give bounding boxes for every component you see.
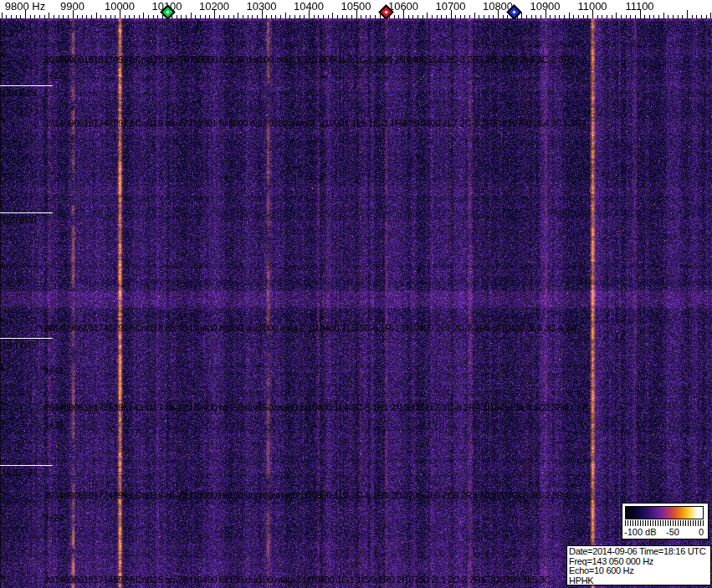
ruler-tick [484, 15, 484, 18]
ruler-tick [479, 15, 479, 18]
ruler-tick [663, 13, 664, 18]
ruler-tick [489, 15, 489, 18]
ruler-tick [630, 15, 631, 18]
ruler-tick [521, 13, 522, 18]
ruler-tick [16, 15, 17, 18]
ruler-tick [412, 15, 413, 18]
ruler-label: 10500 [341, 1, 371, 12]
ruler-tick [564, 15, 565, 18]
ruler-tick [474, 13, 475, 18]
ruler-tick [607, 15, 607, 18]
ruler-tick [644, 15, 645, 18]
ruler-tick [300, 15, 300, 18]
ruler-tick [148, 15, 149, 18]
ruler-tick [223, 15, 224, 18]
ruler-tick [54, 15, 54, 18]
ruler-tick [134, 15, 135, 18]
ruler-tick [153, 15, 154, 18]
ruler-tick [701, 15, 702, 18]
ruler-tick [20, 15, 21, 18]
ruler-tick [6, 15, 7, 18]
ruler-tick [125, 15, 125, 18]
ruler-tick [285, 13, 286, 18]
ruler-tick [257, 15, 258, 18]
frequency-ruler[interactable]: 9800 Hz990010000101001020010300104001050… [0, 0, 712, 18]
ruler-label: 10700 [435, 1, 465, 12]
ruler-tick [587, 15, 588, 18]
ruler-label: 10300 [246, 1, 276, 12]
ruler-tick [653, 15, 654, 18]
ruler-label: 10900 [530, 1, 560, 12]
ruler-tick [157, 15, 158, 18]
ruler-tick [361, 15, 361, 18]
ruler-tick [455, 15, 456, 18]
ruler-tick [314, 15, 315, 18]
ruler-tick [115, 15, 115, 18]
ruler-tick [295, 15, 295, 18]
ruler-tick [200, 15, 201, 18]
ruler-tick [441, 15, 442, 18]
ruler-tick [49, 13, 49, 18]
ruler-tick [252, 15, 253, 18]
info-frequency: Freq=143 050 000 Hz [569, 557, 710, 567]
ruler-label: 10600 [388, 1, 418, 12]
ruler-tick [469, 15, 470, 18]
ruler-tick [427, 13, 428, 18]
ruler-tick [649, 15, 650, 18]
ruler-tick [540, 15, 541, 18]
ruler-tick [238, 13, 238, 18]
ruler-tick [535, 15, 536, 18]
ruler-tick [616, 13, 617, 18]
ruler-tick [332, 13, 333, 18]
ruler-tick [248, 15, 248, 18]
ruler-tick [370, 15, 371, 18]
ruler-tick [597, 15, 598, 18]
ruler-tick [11, 15, 12, 18]
marker-green-diamond[interactable] [161, 6, 172, 17]
ruler-tick [143, 13, 144, 18]
spectrogram-canvas[interactable] [0, 18, 712, 588]
spectrogram-window: 20140906181817092 hCnt120 nb-76 f10900 h… [0, 0, 712, 588]
ruler-tick [503, 15, 504, 18]
ruler-tick [110, 15, 111, 18]
ruler-tick [186, 15, 187, 18]
ruler-tick [696, 15, 697, 18]
ruler-tick [394, 15, 395, 18]
ruler-tick [437, 15, 438, 18]
ruler-tick [44, 15, 45, 18]
ruler-tick [682, 15, 683, 18]
ruler-tick [710, 13, 711, 18]
ruler-tick [275, 15, 276, 18]
ruler-tick [569, 13, 570, 18]
ruler-tick [266, 15, 267, 18]
ruler-tick [177, 15, 177, 18]
ruler-tick [105, 15, 106, 18]
ruler-tick [289, 15, 290, 18]
ruler-tick [621, 15, 622, 18]
ruler-tick [602, 15, 602, 18]
ruler-tick [460, 15, 461, 18]
ruler-tick [328, 15, 329, 18]
ruler-tick [692, 15, 693, 18]
ruler-tick [86, 15, 87, 18]
ruler-tick [39, 15, 40, 18]
db-scale-label-mid: -50 [666, 527, 679, 537]
ruler-tick [351, 15, 352, 18]
ruler-tick [375, 15, 376, 18]
ruler-tick [408, 15, 409, 18]
db-scale-ticks [625, 520, 704, 526]
ruler-tick [271, 15, 272, 18]
info-date-time: Date=2014-09-06 Time=18:16 UTC [569, 547, 710, 557]
colormap-gradient-bar [625, 506, 704, 519]
ruler-tick [687, 10, 688, 18]
ruler-tick [323, 15, 324, 18]
marker-blue-diamond[interactable] [508, 6, 519, 17]
ruler-tick [233, 15, 234, 18]
marker-red-diamond[interactable] [380, 6, 391, 17]
ruler-tick [243, 15, 243, 18]
db-scale-panel: -100 dB -50 0 [622, 503, 709, 539]
ruler-tick [550, 15, 551, 18]
ruler-tick [342, 15, 343, 18]
ruler-tick [59, 15, 59, 18]
ruler-tick [82, 15, 83, 18]
